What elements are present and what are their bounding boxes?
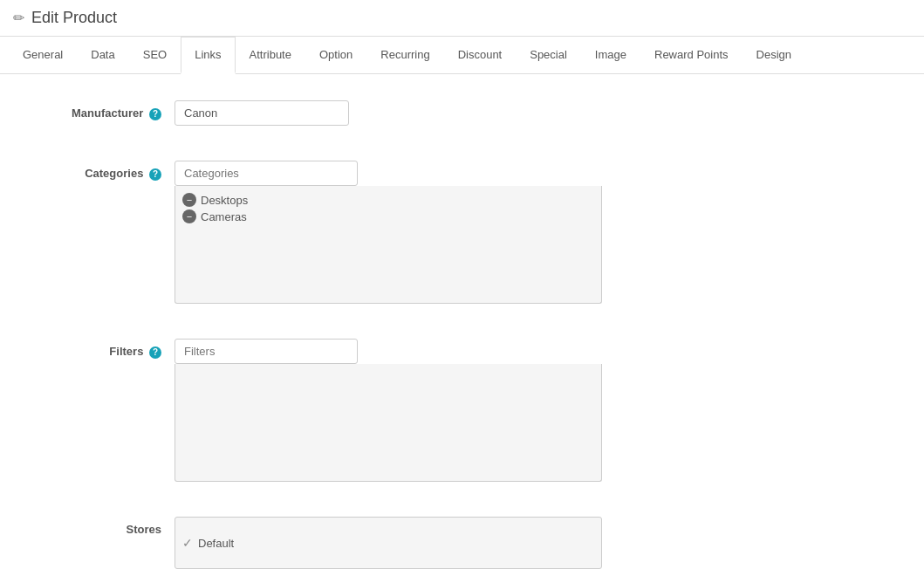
categories-input-group: −Desktops−Cameras	[175, 161, 602, 304]
filters-label: Filters ?	[17, 339, 175, 359]
categories-group: Categories ? −Desktops−Cameras	[17, 152, 907, 312]
stores-box: ✓ Default	[175, 517, 602, 569]
tab-discount[interactable]: Discount	[444, 37, 517, 74]
manufacturer-input[interactable]	[175, 100, 349, 126]
categories-tags-box: −Desktops−Cameras	[175, 186, 602, 304]
tab-attribute[interactable]: Attribute	[236, 37, 305, 74]
tab-design[interactable]: Design	[743, 37, 805, 74]
manufacturer-input-group	[175, 100, 349, 126]
category-remove-icon[interactable]: −	[182, 209, 196, 223]
filters-input[interactable]	[175, 339, 358, 364]
manufacturer-help-icon[interactable]: ?	[149, 108, 161, 120]
tab-special[interactable]: Special	[516, 37, 581, 74]
default-store-label: Default	[198, 537, 234, 550]
manufacturer-group: Manufacturer ?	[17, 92, 907, 134]
tabs-container: GeneralDataSEOLinksAttributeOptionRecurr…	[0, 37, 924, 74]
page-header: ✏ Edit Product	[0, 0, 924, 37]
filters-input-group	[175, 339, 602, 482]
categories-label: Categories ?	[17, 161, 175, 181]
tab-recurring[interactable]: Recurring	[366, 37, 443, 74]
categories-help-icon[interactable]: ?	[149, 168, 161, 181]
filters-tags-box	[175, 364, 602, 482]
category-label: Cameras	[201, 210, 247, 223]
content-area: Manufacturer ? Categories ? −Desktops−Ca…	[0, 74, 924, 583]
stores-label: Stores	[17, 517, 175, 536]
tab-seo[interactable]: SEO	[129, 37, 181, 74]
manufacturer-label: Manufacturer ?	[17, 100, 175, 120]
category-label: Desktops	[201, 194, 248, 207]
tab-data[interactable]: Data	[77, 37, 128, 74]
category-item: −Cameras	[182, 209, 594, 223]
edit-icon: ✏	[13, 10, 24, 26]
tab-image[interactable]: Image	[581, 37, 640, 74]
tab-general[interactable]: General	[9, 37, 77, 74]
stores-group: Stores ✓ Default	[17, 508, 907, 578]
tab-option[interactable]: Option	[305, 37, 366, 74]
category-remove-icon[interactable]: −	[182, 193, 196, 207]
categories-input[interactable]	[175, 161, 358, 186]
tab-links[interactable]: Links	[181, 37, 235, 74]
default-check-icon: ✓	[182, 536, 193, 550]
tab-reward-points[interactable]: Reward Points	[640, 37, 743, 74]
page-title: Edit Product	[31, 9, 117, 27]
category-item: −Desktops	[182, 193, 594, 207]
filters-group: Filters ?	[17, 330, 907, 490]
filters-help-icon[interactable]: ?	[149, 346, 161, 359]
